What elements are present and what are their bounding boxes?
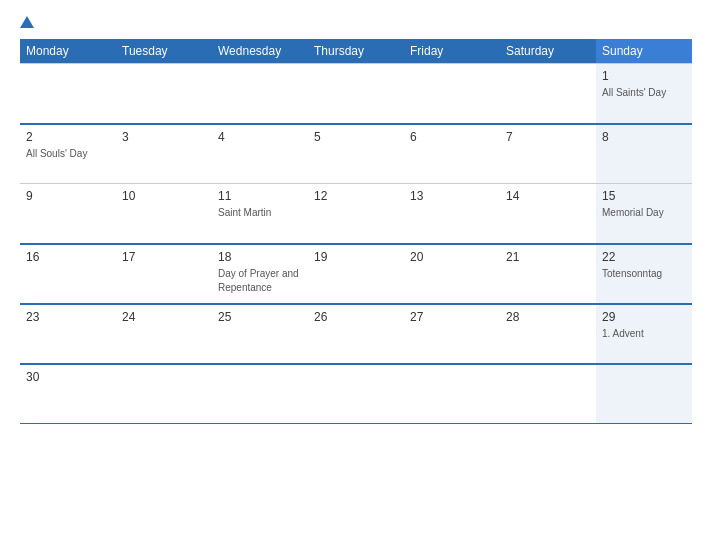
calendar-cell: 5 xyxy=(308,124,404,184)
day-number: 12 xyxy=(314,189,398,203)
calendar-cell: 1All Saints' Day xyxy=(596,64,692,124)
calendar-cell: 2All Souls' Day xyxy=(20,124,116,184)
day-number: 1 xyxy=(602,69,686,83)
day-number: 6 xyxy=(410,130,494,144)
day-number: 24 xyxy=(122,310,206,324)
weekday-header-wednesday: Wednesday xyxy=(212,39,308,64)
day-number: 13 xyxy=(410,189,494,203)
weekday-header-sunday: Sunday xyxy=(596,39,692,64)
week-row-6: 30 xyxy=(20,364,692,424)
calendar-cell: 20 xyxy=(404,244,500,304)
calendar-cell: 23 xyxy=(20,304,116,364)
day-number: 10 xyxy=(122,189,206,203)
week-row-3: 91011Saint Martin12131415Memorial Day xyxy=(20,184,692,244)
calendar-cell xyxy=(404,364,500,424)
day-number: 25 xyxy=(218,310,302,324)
calendar-cell: 13 xyxy=(404,184,500,244)
weekday-header-thursday: Thursday xyxy=(308,39,404,64)
day-number: 23 xyxy=(26,310,110,324)
day-number: 14 xyxy=(506,189,590,203)
header xyxy=(20,16,692,29)
day-number: 2 xyxy=(26,130,110,144)
calendar-cell: 27 xyxy=(404,304,500,364)
weekday-header-saturday: Saturday xyxy=(500,39,596,64)
calendar-table: MondayTuesdayWednesdayThursdayFridaySatu… xyxy=(20,39,692,424)
weekday-header-friday: Friday xyxy=(404,39,500,64)
day-number: 28 xyxy=(506,310,590,324)
day-event: Saint Martin xyxy=(218,207,271,218)
day-number: 7 xyxy=(506,130,590,144)
day-number: 9 xyxy=(26,189,110,203)
calendar-cell xyxy=(308,64,404,124)
logo xyxy=(20,16,36,29)
day-number: 22 xyxy=(602,250,686,264)
day-number: 15 xyxy=(602,189,686,203)
calendar-cell: 9 xyxy=(20,184,116,244)
weekday-header-row: MondayTuesdayWednesdayThursdayFridaySatu… xyxy=(20,39,692,64)
week-row-5: 232425262728291. Advent xyxy=(20,304,692,364)
day-number: 8 xyxy=(602,130,686,144)
day-event: 1. Advent xyxy=(602,328,644,339)
day-event: Day of Prayer and Repentance xyxy=(218,268,299,293)
calendar-cell: 18Day of Prayer and Repentance xyxy=(212,244,308,304)
calendar-cell: 8 xyxy=(596,124,692,184)
day-number: 20 xyxy=(410,250,494,264)
calendar-cell: 10 xyxy=(116,184,212,244)
calendar-cell xyxy=(116,364,212,424)
calendar-cell: 12 xyxy=(308,184,404,244)
calendar-cell: 28 xyxy=(500,304,596,364)
calendar-cell xyxy=(212,364,308,424)
day-number: 16 xyxy=(26,250,110,264)
day-number: 17 xyxy=(122,250,206,264)
calendar-cell xyxy=(212,64,308,124)
calendar-cell: 22Totensonntag xyxy=(596,244,692,304)
calendar-cell xyxy=(116,64,212,124)
calendar-cell: 15Memorial Day xyxy=(596,184,692,244)
calendar-cell: 6 xyxy=(404,124,500,184)
day-number: 18 xyxy=(218,250,302,264)
calendar-cell: 4 xyxy=(212,124,308,184)
day-number: 19 xyxy=(314,250,398,264)
day-number: 29 xyxy=(602,310,686,324)
day-number: 21 xyxy=(506,250,590,264)
calendar-cell xyxy=(596,364,692,424)
calendar-cell: 21 xyxy=(500,244,596,304)
day-event: All Souls' Day xyxy=(26,148,87,159)
day-event: Memorial Day xyxy=(602,207,664,218)
day-number: 4 xyxy=(218,130,302,144)
day-number: 5 xyxy=(314,130,398,144)
calendar-cell xyxy=(500,64,596,124)
calendar-cell: 11Saint Martin xyxy=(212,184,308,244)
weekday-header-tuesday: Tuesday xyxy=(116,39,212,64)
week-row-4: 161718Day of Prayer and Repentance192021… xyxy=(20,244,692,304)
day-number: 26 xyxy=(314,310,398,324)
calendar-cell xyxy=(500,364,596,424)
calendar-cell xyxy=(20,64,116,124)
day-event: Totensonntag xyxy=(602,268,662,279)
calendar-cell xyxy=(308,364,404,424)
calendar-cell xyxy=(404,64,500,124)
calendar-cell: 30 xyxy=(20,364,116,424)
calendar-cell: 3 xyxy=(116,124,212,184)
calendar-cell: 7 xyxy=(500,124,596,184)
calendar-cell: 24 xyxy=(116,304,212,364)
page: MondayTuesdayWednesdayThursdayFridaySatu… xyxy=(0,0,712,550)
day-number: 27 xyxy=(410,310,494,324)
day-number: 3 xyxy=(122,130,206,144)
week-row-2: 2All Souls' Day345678 xyxy=(20,124,692,184)
calendar-cell: 17 xyxy=(116,244,212,304)
week-row-1: 1All Saints' Day xyxy=(20,64,692,124)
logo-blue-text xyxy=(20,16,36,29)
day-number: 30 xyxy=(26,370,110,384)
calendar-cell: 14 xyxy=(500,184,596,244)
day-number: 11 xyxy=(218,189,302,203)
weekday-header-monday: Monday xyxy=(20,39,116,64)
logo-triangle-icon xyxy=(20,16,34,28)
calendar-cell: 291. Advent xyxy=(596,304,692,364)
calendar-cell: 25 xyxy=(212,304,308,364)
day-event: All Saints' Day xyxy=(602,87,666,98)
calendar-cell: 26 xyxy=(308,304,404,364)
calendar-cell: 19 xyxy=(308,244,404,304)
calendar-cell: 16 xyxy=(20,244,116,304)
